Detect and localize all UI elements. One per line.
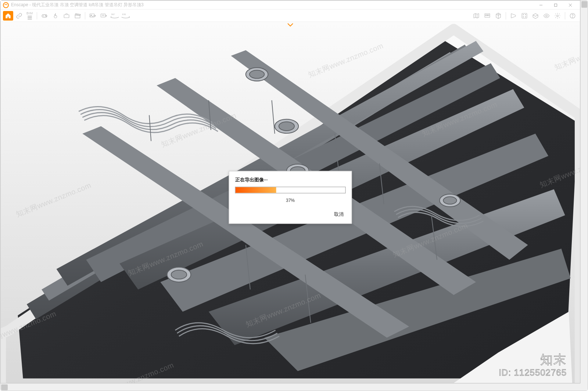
cube-button[interactable] <box>493 11 503 21</box>
svg-text:EXE: EXE <box>122 13 126 15</box>
svg-point-56 <box>443 197 456 204</box>
scrollbar-vertical[interactable] <box>580 0 588 391</box>
toolbar-expand-chevron-icon[interactable] <box>284 22 297 28</box>
svg-point-48 <box>250 70 264 78</box>
toolbar: BIM <box>1 10 580 22</box>
svg-point-9 <box>46 16 46 16</box>
svg-point-50 <box>279 122 294 131</box>
svg-rect-2 <box>555 4 557 6</box>
toolbar-separator <box>37 12 37 19</box>
scrollbar-corner <box>580 383 588 391</box>
scrollbar-horizontal-thumb[interactable] <box>1 384 8 390</box>
enscape-window: Enscape - 现代工业吊顶 吊顶 空调管道 loft吊顶 管道吊灯 异形吊… <box>0 0 580 383</box>
flame-button[interactable] <box>50 11 61 21</box>
gamepad-button[interactable] <box>39 11 50 21</box>
progress-fill <box>236 187 276 193</box>
eye-button[interactable] <box>541 11 552 21</box>
maximize-button[interactable] <box>548 1 563 9</box>
svg-rect-23 <box>488 15 489 16</box>
svg-point-27 <box>523 17 524 17</box>
svg-rect-10 <box>64 15 69 18</box>
svg-point-54 <box>171 270 187 279</box>
svg-point-26 <box>525 14 526 15</box>
bim-label: BIM <box>26 12 33 15</box>
toolbar-separator <box>506 12 506 19</box>
scrollbar-vertical-thumb[interactable] <box>581 1 587 8</box>
map-button[interactable] <box>471 11 481 21</box>
bim-button[interactable]: BIM <box>26 12 33 19</box>
cancel-button[interactable]: 取消 <box>332 210 346 219</box>
svg-rect-22 <box>486 15 487 16</box>
svg-point-28 <box>525 17 526 17</box>
link-button[interactable] <box>14 11 24 21</box>
progress-bar <box>235 187 346 193</box>
render-viewport[interactable]: 知末网www.znzmo.com 知末网www.znzmo.com 知末网www… <box>1 22 580 383</box>
box-open-button[interactable] <box>530 11 541 21</box>
perspective-button[interactable] <box>508 11 519 21</box>
toolbar-separator <box>85 12 85 19</box>
home-button[interactable] <box>3 11 13 21</box>
scrollbar-horizontal[interactable] <box>0 383 580 391</box>
svg-rect-24 <box>522 13 527 18</box>
svg-text:360°: 360° <box>111 13 115 15</box>
minimize-button[interactable] <box>534 1 548 9</box>
export-exe-button[interactable]: EXE <box>121 11 131 21</box>
svg-rect-16 <box>101 14 105 17</box>
toolbar-separator <box>565 12 565 19</box>
export-dialog: 正在导出图像··· 37% 取消 <box>229 171 352 224</box>
svg-point-30 <box>557 15 559 17</box>
window-controls <box>534 1 578 9</box>
window-title: Enscape - 现代工业吊顶 吊顶 空调管道 loft吊顶 管道吊灯 异形吊… <box>11 2 534 8</box>
briefcase-button[interactable] <box>61 11 72 21</box>
svg-point-25 <box>523 14 524 15</box>
pano-360-button[interactable]: 360° <box>110 11 120 21</box>
svg-point-0 <box>3 3 8 8</box>
doc-title: 现代工业吊顶 吊顶 空调管道 loft吊顶 管道吊灯 异形吊顶3 <box>32 2 143 7</box>
help-button[interactable] <box>567 11 578 21</box>
progress-percent: 37% <box>235 198 346 203</box>
svg-rect-14 <box>90 14 94 17</box>
export-image-button[interactable] <box>87 11 98 21</box>
dialog-title: 正在导出图像··· <box>235 177 346 183</box>
outer-page: Enscape - 现代工业吊顶 吊顶 空调管道 loft吊顶 管道吊灯 异形吊… <box>0 0 588 391</box>
export-screenshot-button[interactable] <box>98 11 109 21</box>
app-name: Enscape <box>11 2 28 7</box>
enscape-logo-icon <box>3 2 9 8</box>
titlebar: Enscape - 现代工业吊顶 吊顶 空调管道 loft吊顶 管道吊灯 异形吊… <box>1 1 580 10</box>
clapper-button[interactable] <box>72 11 83 21</box>
svg-point-8 <box>45 15 46 15</box>
svg-point-32 <box>572 17 573 17</box>
close-button[interactable] <box>563 1 578 9</box>
random-button[interactable] <box>519 11 530 21</box>
svg-point-29 <box>546 15 548 17</box>
settings-button[interactable] <box>552 11 563 21</box>
views-button[interactable] <box>482 11 492 21</box>
